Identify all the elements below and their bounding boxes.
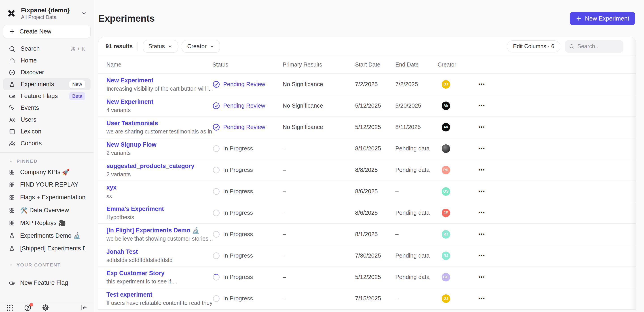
- experiment-link[interactable]: Jonah Test: [106, 248, 212, 255]
- sidebar-item-events[interactable]: Events: [3, 102, 90, 114]
- experiment-link[interactable]: Exp Customer Story: [106, 270, 212, 277]
- sidebar-item-home[interactable]: Home: [3, 55, 90, 66]
- your-content-item-new-feature-flag[interactable]: New Feature Flag: [3, 277, 90, 289]
- table-row[interactable]: suggested_products_category2 variants In…: [98, 159, 636, 181]
- pinned-item-data-overview[interactable]: 🛠️ Data Overview: [3, 204, 90, 216]
- row-menu-button[interactable]: •••: [478, 189, 485, 194]
- experiment-link[interactable]: New Signup Flow: [106, 141, 212, 148]
- toolbar-divider: [138, 42, 138, 51]
- toggle-icon: [8, 280, 15, 286]
- experiment-link[interactable]: New Experiment: [106, 98, 212, 105]
- row-menu-button[interactable]: •••: [478, 253, 485, 258]
- help-icon[interactable]: [24, 304, 32, 312]
- status-label: In Progress: [223, 274, 253, 281]
- row-menu-button[interactable]: •••: [478, 210, 485, 215]
- start-date-value: 5/12/2025: [355, 124, 395, 131]
- primary-results-value: No Significance: [283, 81, 355, 88]
- experiment-link[interactable]: Emma's Experiment: [106, 205, 212, 212]
- create-new-button[interactable]: Create New: [3, 25, 90, 38]
- row-menu-button[interactable]: •••: [478, 275, 485, 279]
- start-date-value: 5/12/2025: [355, 102, 395, 109]
- status-label: In Progress: [223, 209, 253, 216]
- column-header-primary-results[interactable]: Primary Results: [283, 61, 355, 68]
- column-header-name[interactable]: Name: [98, 61, 212, 68]
- end-date-value: Pending data: [395, 274, 438, 281]
- experiment-link[interactable]: suggested_products_category: [106, 162, 212, 170]
- end-date-value: –: [395, 231, 438, 238]
- table-row[interactable]: Jonah Testsdfdsfdsfsdfdffdfdsfsdfdsfd In…: [98, 245, 636, 267]
- column-header-end-date[interactable]: End Date: [395, 61, 438, 68]
- your-content-section-header[interactable]: YOUR CONTENT: [3, 262, 90, 268]
- status-spinner-icon: [212, 273, 220, 281]
- sidebar-item-users[interactable]: Users: [3, 114, 90, 126]
- table-row[interactable]: [In Flight] Experiments Demo 🔬we believe…: [98, 224, 636, 245]
- pinned-list: Company KPIs 🚀 FIND YOUR REPLAY Flags + …: [0, 165, 94, 255]
- table-header-row: Name Status Primary Results Start Date E…: [98, 56, 636, 74]
- search-input[interactable]: [577, 43, 620, 49]
- experiment-link[interactable]: New Experiment: [106, 77, 212, 84]
- sidebar-item-feature-flags[interactable]: Feature Flags Beta: [3, 90, 90, 102]
- row-menu-button[interactable]: •••: [478, 232, 485, 237]
- table-row[interactable]: New Experiment4 variants Pending Review …: [98, 95, 636, 117]
- table-row[interactable]: New Signup Flow2 variants In Progress – …: [98, 138, 636, 159]
- gear-icon[interactable]: [42, 304, 50, 312]
- board-icon: [8, 220, 15, 226]
- table-row[interactable]: Test experimentIf users have relatable c…: [98, 288, 636, 309]
- sidebar-item-experiments[interactable]: Experiments New: [3, 78, 90, 90]
- search-shortcut: ⌘ + K: [70, 46, 85, 52]
- flask-icon: [8, 232, 15, 239]
- row-menu-button[interactable]: •••: [478, 146, 485, 151]
- experiment-link[interactable]: Test experiment: [106, 291, 212, 298]
- status-circle-icon: [212, 295, 220, 303]
- pinned-item-company-kpis[interactable]: Company KPIs 🚀: [3, 165, 90, 178]
- column-header-status[interactable]: Status: [212, 61, 283, 68]
- column-header-start-date[interactable]: Start Date: [355, 61, 395, 68]
- table-body: New ExperimentIncreasing visibility of t…: [98, 74, 636, 309]
- start-date-value: 8/6/2025: [355, 209, 395, 216]
- status-check-icon: [212, 81, 220, 88]
- experiments-page: Fixpanel {demo} All Project Data Create …: [0, 0, 644, 312]
- status-label: Pending Review: [223, 124, 265, 131]
- experiment-subtitle: sdfdsfdsfsdfdffdfdsfsdfdsfd: [106, 257, 212, 263]
- sidebar-divider: [0, 153, 94, 153]
- pinned-item-find-your-replay[interactable]: FIND YOUR REPLAY: [3, 178, 90, 191]
- column-header-creator[interactable]: Creator: [438, 61, 474, 68]
- table-row[interactable]: User Testimonialswe are sharing customer…: [98, 117, 636, 138]
- primary-results-value: –: [283, 252, 355, 259]
- pinned-section-header[interactable]: PINNED: [3, 158, 90, 164]
- row-menu-button[interactable]: •••: [478, 125, 485, 130]
- end-date-value: 8/11/2025: [395, 124, 438, 131]
- sidebar-item-search[interactable]: Search ⌘ + K: [3, 43, 90, 55]
- page-header: Experiments New Experiment: [94, 0, 644, 37]
- row-menu-button[interactable]: •••: [478, 103, 485, 108]
- experiment-link[interactable]: xyx: [106, 184, 212, 191]
- row-menu-button[interactable]: •••: [478, 296, 485, 301]
- creator-filter-button[interactable]: Creator: [182, 40, 220, 53]
- experiment-link[interactable]: [In Flight] Experiments Demo 🔬: [106, 227, 212, 234]
- project-switcher[interactable]: Fixpanel {demo} All Project Data: [0, 5, 94, 21]
- pinned-item-mxp-replays[interactable]: MXP Replays 🎥: [3, 216, 90, 229]
- new-experiment-button[interactable]: New Experiment: [570, 12, 635, 25]
- edit-columns-button[interactable]: Edit Columns · 6: [507, 40, 560, 52]
- sidebar-item-discover[interactable]: Discover: [3, 66, 90, 78]
- chevron-down-icon: [168, 44, 173, 49]
- experiment-link[interactable]: User Testimonials: [106, 120, 212, 127]
- row-menu-button[interactable]: •••: [478, 167, 485, 172]
- status-filter-button[interactable]: Status: [143, 40, 178, 53]
- pinned-item-shipped-experiments-demo[interactable]: [Shipped] Experiments Demo 🖊️: [3, 242, 90, 255]
- experiment-subtitle: 4 variants: [106, 107, 212, 113]
- apps-grid-icon[interactable]: [6, 304, 14, 312]
- sidebar-item-lexicon[interactable]: Lexicon: [3, 126, 90, 138]
- sidebar-item-cohorts[interactable]: Cohorts: [3, 138, 90, 149]
- collapse-sidebar-icon[interactable]: [80, 304, 88, 312]
- table-row[interactable]: New ExperimentIncreasing visibility of t…: [98, 74, 636, 95]
- row-menu-button[interactable]: •••: [478, 82, 485, 87]
- chevron-down-icon: [209, 44, 215, 49]
- table-row[interactable]: Emma's ExperimentHypothesis In Progress …: [98, 202, 636, 224]
- pinned-item-flags-experimentation-demo[interactable]: Flags + Experimentation Demo ,: [3, 191, 90, 204]
- pinned-item-experiments-demo[interactable]: Experiments Demo 🔬: [3, 229, 90, 242]
- table-row[interactable]: xyxxx In Progress – 8/6/2025 – OS •••: [98, 181, 636, 202]
- table-row[interactable]: Exp Customer Storythis experiment is to …: [98, 267, 636, 288]
- beta-badge: Beta: [69, 92, 85, 100]
- table-search[interactable]: [565, 40, 624, 53]
